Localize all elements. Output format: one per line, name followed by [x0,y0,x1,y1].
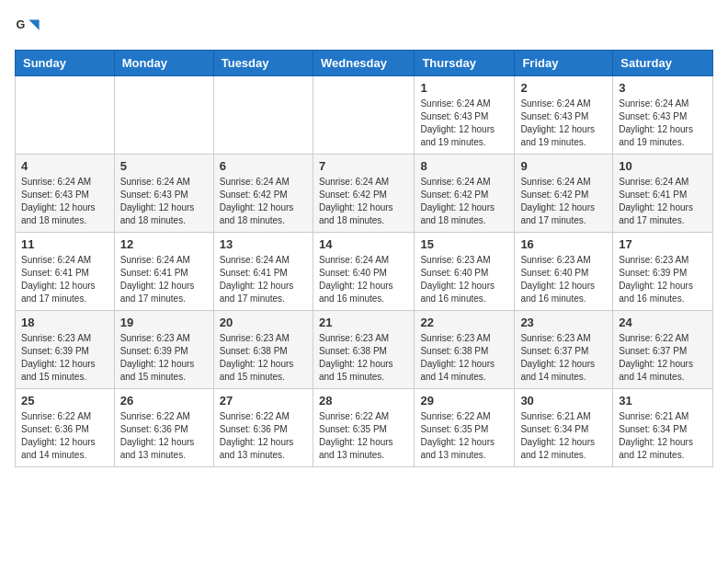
day-info: Sunrise: 6:24 AM Sunset: 6:43 PM Dayligh… [420,98,508,149]
calendar-cell: 23Sunrise: 6:23 AM Sunset: 6:37 PM Dayli… [515,311,613,389]
calendar-cell: 14Sunrise: 6:24 AM Sunset: 6:40 PM Dayli… [313,233,414,311]
day-number: 22 [420,316,508,329]
day-number: 8 [420,159,508,173]
calendar-week-row: 18Sunrise: 6:23 AM Sunset: 6:39 PM Dayli… [16,311,713,389]
calendar-cell: 31Sunrise: 6:21 AM Sunset: 6:34 PM Dayli… [613,389,713,467]
day-info: Sunrise: 6:21 AM Sunset: 6:34 PM Dayligh… [619,410,707,462]
day-number: 20 [220,316,307,329]
calendar-cell: 10Sunrise: 6:24 AM Sunset: 6:41 PM Dayli… [613,155,713,233]
day-number: 23 [520,316,607,329]
day-info: Sunrise: 6:23 AM Sunset: 6:40 PM Dayligh… [420,254,508,305]
day-info: Sunrise: 6:24 AM Sunset: 6:42 PM Dayligh… [520,176,607,227]
day-number: 28 [319,394,408,408]
day-number: 6 [220,159,307,173]
day-number: 9 [520,159,607,173]
weekday-header: Monday [114,51,213,76]
calendar-week-row: 11Sunrise: 6:24 AM Sunset: 6:41 PM Dayli… [16,233,713,311]
day-info: Sunrise: 6:22 AM Sunset: 6:36 PM Dayligh… [21,410,108,462]
day-number: 24 [619,316,707,329]
day-info: Sunrise: 6:23 AM Sunset: 6:38 PM Dayligh… [220,332,307,384]
day-number: 11 [21,237,108,251]
day-info: Sunrise: 6:24 AM Sunset: 6:43 PM Dayligh… [21,176,108,227]
day-number: 30 [520,394,607,408]
calendar-cell: 9Sunrise: 6:24 AM Sunset: 6:42 PM Daylig… [515,155,613,233]
day-info: Sunrise: 6:24 AM Sunset: 6:43 PM Dayligh… [619,98,707,149]
calendar-body: 1Sunrise: 6:24 AM Sunset: 6:43 PM Daylig… [16,76,713,467]
day-number: 10 [619,159,707,173]
day-info: Sunrise: 6:23 AM Sunset: 6:38 PM Dayligh… [420,332,508,384]
day-number: 25 [21,394,108,408]
day-info: Sunrise: 6:21 AM Sunset: 6:34 PM Dayligh… [520,410,607,462]
day-number: 14 [319,237,408,251]
day-number: 15 [420,237,508,251]
calendar-cell: 22Sunrise: 6:23 AM Sunset: 6:38 PM Dayli… [415,311,515,389]
day-number: 2 [520,81,607,95]
calendar-cell: 28Sunrise: 6:22 AM Sunset: 6:35 PM Dayli… [313,389,414,467]
day-info: Sunrise: 6:23 AM Sunset: 6:38 PM Dayligh… [319,332,408,384]
weekday-header: Sunday [16,51,115,76]
calendar-cell: 19Sunrise: 6:23 AM Sunset: 6:39 PM Dayli… [114,311,213,389]
day-number: 31 [619,394,707,408]
day-number: 27 [220,394,307,408]
day-number: 1 [420,81,508,95]
calendar-cell: 25Sunrise: 6:22 AM Sunset: 6:36 PM Dayli… [16,389,115,467]
calendar-cell: 24Sunrise: 6:22 AM Sunset: 6:37 PM Dayli… [613,311,713,389]
calendar-header-row: SundayMondayTuesdayWednesdayThursdayFrid… [16,51,713,76]
calendar-cell [114,76,213,155]
calendar-cell: 11Sunrise: 6:24 AM Sunset: 6:41 PM Dayli… [16,233,115,311]
calendar-cell [16,76,115,155]
calendar-cell: 2Sunrise: 6:24 AM Sunset: 6:43 PM Daylig… [515,76,613,155]
calendar-week-row: 4Sunrise: 6:24 AM Sunset: 6:43 PM Daylig… [16,155,713,233]
day-number: 13 [220,237,307,251]
calendar-cell: 4Sunrise: 6:24 AM Sunset: 6:43 PM Daylig… [16,155,115,233]
logo: G [15,15,44,40]
calendar-cell: 26Sunrise: 6:22 AM Sunset: 6:36 PM Dayli… [114,389,213,467]
calendar-cell: 1Sunrise: 6:24 AM Sunset: 6:43 PM Daylig… [415,76,515,155]
day-info: Sunrise: 6:24 AM Sunset: 6:42 PM Dayligh… [319,176,408,227]
page-header: G [15,15,713,40]
calendar-cell: 21Sunrise: 6:23 AM Sunset: 6:38 PM Dayli… [313,311,414,389]
day-info: Sunrise: 6:24 AM Sunset: 6:42 PM Dayligh… [420,176,508,227]
day-info: Sunrise: 6:23 AM Sunset: 6:39 PM Dayligh… [21,332,108,384]
calendar-cell: 27Sunrise: 6:22 AM Sunset: 6:36 PM Dayli… [213,389,313,467]
calendar-cell: 13Sunrise: 6:24 AM Sunset: 6:41 PM Dayli… [213,233,313,311]
day-info: Sunrise: 6:22 AM Sunset: 6:35 PM Dayligh… [420,410,508,462]
weekday-header: Tuesday [213,51,313,76]
day-info: Sunrise: 6:22 AM Sunset: 6:36 PM Dayligh… [120,410,208,462]
day-info: Sunrise: 6:22 AM Sunset: 6:36 PM Dayligh… [220,410,307,462]
day-number: 16 [520,237,607,251]
day-number: 21 [319,316,408,329]
calendar-cell: 8Sunrise: 6:24 AM Sunset: 6:42 PM Daylig… [415,155,515,233]
logo-icon: G [15,15,40,40]
day-number: 12 [120,237,208,251]
day-number: 26 [120,394,208,408]
day-info: Sunrise: 6:23 AM Sunset: 6:37 PM Dayligh… [520,332,607,384]
day-number: 4 [21,159,108,173]
calendar-cell: 17Sunrise: 6:23 AM Sunset: 6:39 PM Dayli… [613,233,713,311]
day-info: Sunrise: 6:23 AM Sunset: 6:39 PM Dayligh… [120,332,208,384]
calendar-cell: 6Sunrise: 6:24 AM Sunset: 6:42 PM Daylig… [213,155,313,233]
day-number: 29 [420,394,508,408]
day-info: Sunrise: 6:23 AM Sunset: 6:40 PM Dayligh… [520,254,607,305]
day-number: 19 [120,316,208,329]
day-info: Sunrise: 6:22 AM Sunset: 6:35 PM Dayligh… [319,410,408,462]
day-info: Sunrise: 6:24 AM Sunset: 6:43 PM Dayligh… [520,98,607,149]
day-number: 18 [21,316,108,329]
svg-text:G: G [16,18,25,31]
day-info: Sunrise: 6:24 AM Sunset: 6:43 PM Dayligh… [120,176,208,227]
day-info: Sunrise: 6:24 AM Sunset: 6:41 PM Dayligh… [619,176,707,227]
calendar-cell: 29Sunrise: 6:22 AM Sunset: 6:35 PM Dayli… [415,389,515,467]
day-info: Sunrise: 6:24 AM Sunset: 6:40 PM Dayligh… [319,254,408,305]
svg-marker-1 [28,20,39,30]
calendar-cell: 15Sunrise: 6:23 AM Sunset: 6:40 PM Dayli… [415,233,515,311]
weekday-header: Wednesday [313,51,414,76]
day-info: Sunrise: 6:22 AM Sunset: 6:37 PM Dayligh… [619,332,707,384]
calendar-cell: 12Sunrise: 6:24 AM Sunset: 6:41 PM Dayli… [114,233,213,311]
day-info: Sunrise: 6:24 AM Sunset: 6:41 PM Dayligh… [21,254,108,305]
calendar-cell: 7Sunrise: 6:24 AM Sunset: 6:42 PM Daylig… [313,155,414,233]
calendar-week-row: 1Sunrise: 6:24 AM Sunset: 6:43 PM Daylig… [16,76,713,155]
calendar-cell: 3Sunrise: 6:24 AM Sunset: 6:43 PM Daylig… [613,76,713,155]
weekday-header: Saturday [613,51,713,76]
day-number: 7 [319,159,408,173]
calendar-table: SundayMondayTuesdayWednesdayThursdayFrid… [15,50,713,467]
